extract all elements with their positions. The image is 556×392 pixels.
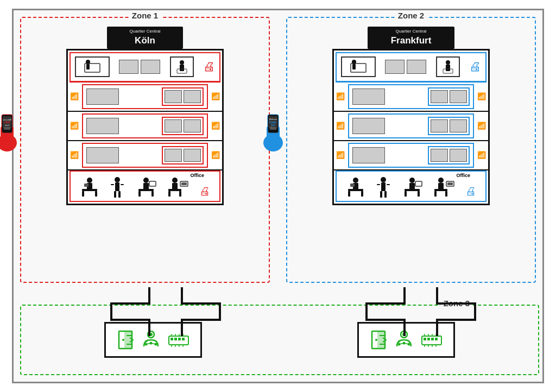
wifi-right-2: 📶 xyxy=(209,92,222,100)
svg-rect-25 xyxy=(121,184,124,185)
svg-rect-59 xyxy=(350,184,355,187)
svg-text:Köln: Köln xyxy=(4,121,10,124)
monitor-s2 xyxy=(184,90,201,103)
main-diagram: Zone 1 Welcome Köln Code Quartier Centra… xyxy=(12,9,544,383)
svg-point-60 xyxy=(381,177,386,182)
qc-header-frankfurt: Quartier Central Frankfurt xyxy=(368,27,454,49)
svg-rect-52 xyxy=(446,65,450,71)
person-desk-z2-3 xyxy=(433,176,455,198)
svg-rect-17 xyxy=(82,191,84,197)
wifi-left-2: 📶 xyxy=(68,92,81,100)
svg-rect-61 xyxy=(381,182,386,191)
zone1: Zone 1 Welcome Köln Code Quartier Centra… xyxy=(20,17,270,283)
svg-rect-69 xyxy=(405,191,407,197)
monitor-z2-s4 xyxy=(450,119,467,132)
svg-rect-31 xyxy=(149,181,156,186)
person-standing-1 xyxy=(110,176,125,198)
zone1-floor3: 📶 📶 xyxy=(68,112,222,141)
zone2-floor5: Office xyxy=(336,170,486,202)
zone2-floor1: 🖨 xyxy=(336,52,486,83)
monitor-z2-s2 xyxy=(450,90,467,103)
svg-rect-10 xyxy=(86,64,90,69)
svg-rect-65 xyxy=(387,184,390,185)
svg-rect-38 xyxy=(181,182,187,185)
svg-point-83 xyxy=(149,333,153,336)
svg-rect-75 xyxy=(434,191,437,197)
zone2-floor2-inner xyxy=(348,84,474,109)
zone1-monitors xyxy=(119,60,160,74)
svg-rect-68 xyxy=(405,189,420,191)
person-network-right xyxy=(395,330,413,350)
svg-rect-93 xyxy=(182,338,185,340)
svg-text:Welcome: Welcome xyxy=(269,118,277,121)
zone2-floor1-inner: 🖨 xyxy=(337,53,485,81)
person-desk-z2-1 xyxy=(346,176,365,198)
qc-small-koln: Quartier Central xyxy=(110,28,180,34)
zone2-monitors xyxy=(385,60,426,74)
zone2-floor4-inner xyxy=(348,143,474,168)
person-desk-3 xyxy=(167,176,189,198)
svg-point-32 xyxy=(172,178,178,183)
wifi-right-4: 📶 xyxy=(209,151,222,159)
qc-small-frankfurt: Quartier Central xyxy=(371,28,451,34)
svg-rect-34 xyxy=(168,189,181,191)
monitor-wide-3 xyxy=(86,118,119,134)
monitor-s1 xyxy=(165,90,182,103)
monitor-wide xyxy=(86,88,119,105)
svg-rect-116 xyxy=(435,338,438,340)
monitor-z2-s3 xyxy=(431,119,448,132)
svg-rect-47 xyxy=(270,127,276,130)
person-desk-2 xyxy=(135,176,157,198)
svg-rect-80 xyxy=(124,331,132,349)
door-icon-left xyxy=(117,330,134,350)
svg-point-14 xyxy=(87,178,92,183)
monitor-z2-s5 xyxy=(431,149,448,162)
svg-rect-115 xyxy=(431,338,434,340)
zone2-floor2: 📶 📶 xyxy=(334,83,488,112)
network-switch-left xyxy=(168,332,189,348)
wifi-left-4: 📶 xyxy=(68,151,81,159)
zone1-floor1: 🖨 xyxy=(70,52,220,83)
monitor-s4 xyxy=(184,119,201,132)
monitor-z2-s1 xyxy=(431,90,448,103)
svg-rect-63 xyxy=(384,191,387,198)
meeting-room-z2-1 xyxy=(341,56,376,77)
monitor-z2-1 xyxy=(385,60,405,74)
zone2-label: Zone 2 xyxy=(395,11,427,20)
zone1-floor3-inner xyxy=(82,113,208,138)
wifi-z2-right-4: 📶 xyxy=(475,151,488,159)
monitor-z2-2 xyxy=(407,60,426,74)
door-icon-right xyxy=(370,330,387,350)
svg-rect-36 xyxy=(179,191,181,197)
svg-rect-56 xyxy=(348,189,363,191)
monitor-s3 xyxy=(165,119,182,132)
svg-rect-76 xyxy=(445,191,447,197)
person-standing-z2-1 xyxy=(376,176,391,198)
phone-hand-koln: Welcome Köln Code xyxy=(0,110,21,159)
person-network-left xyxy=(142,330,160,350)
svg-rect-103 xyxy=(377,331,385,349)
svg-rect-58 xyxy=(361,191,363,197)
svg-rect-113 xyxy=(424,338,426,340)
office-label-zone2: Office xyxy=(456,173,470,178)
monitor-z2-pair-3 xyxy=(428,117,470,135)
wifi-z2-right-2: 📶 xyxy=(475,92,488,100)
qc-city-frankfurt: Frankfurt xyxy=(371,34,451,47)
svg-rect-28 xyxy=(138,189,154,191)
monitor-pair-inner-3 xyxy=(162,117,204,135)
zone3-block-koln xyxy=(104,322,202,358)
zone1-floor5: Office xyxy=(70,170,220,202)
svg-rect-57 xyxy=(348,191,350,197)
zone3-block-frankfurt xyxy=(357,322,455,358)
zone1-floor1-inner: 🖨 xyxy=(71,53,219,81)
svg-point-26 xyxy=(143,178,149,183)
wifi-z2-left-3: 📶 xyxy=(334,122,347,130)
svg-point-49 xyxy=(352,60,356,64)
zone3-label: Zone 3 xyxy=(440,299,473,308)
svg-rect-70 xyxy=(418,191,420,197)
wifi-left-3: 📶 xyxy=(68,122,81,130)
svg-rect-18 xyxy=(95,191,97,197)
zone1-floor2: 📶 📶 xyxy=(68,83,222,112)
printer-zone2-top: 🖨 xyxy=(469,60,481,74)
svg-rect-71 xyxy=(415,181,422,186)
